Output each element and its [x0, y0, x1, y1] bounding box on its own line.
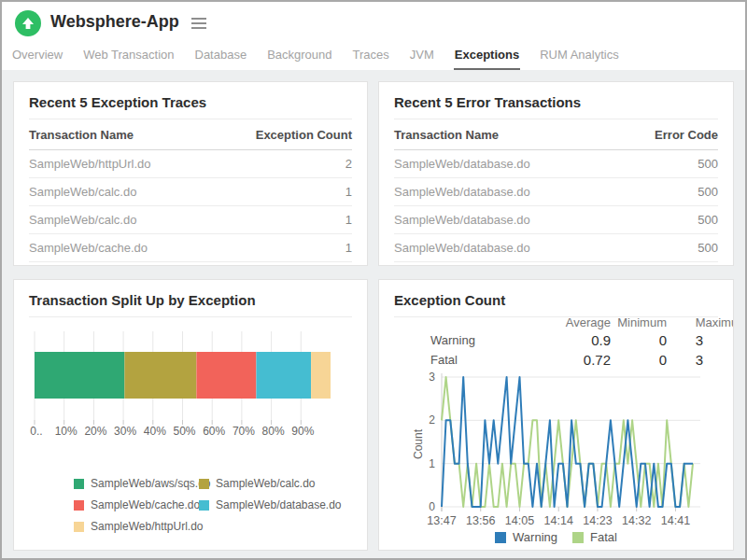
- legend-swatch: [199, 500, 209, 511]
- panel-transaction-split: Transaction Split Up by Exception 0..10%…: [13, 279, 368, 551]
- legend-item-sampleweb-httpurl-do[interactable]: SampleWeb/httpUrl.do: [74, 520, 199, 533]
- table-row: SampleWeb/cache.do1: [29, 234, 352, 262]
- row-value: 500: [698, 185, 718, 199]
- table-row: SampleWeb/database.do500: [394, 262, 718, 266]
- stats-maximum-value: 3: [667, 332, 734, 348]
- panel-title: Recent 5 Error Transactions: [394, 82, 718, 119]
- row-value: 1: [345, 213, 352, 227]
- stats-average-value: 0.72: [527, 352, 611, 368]
- up-arrow-icon: [21, 17, 35, 30]
- bar-segment-sampleweb-database-do: [256, 352, 311, 399]
- panel-recent-error-transactions: Recent 5 Error Transactions Transaction …: [378, 81, 734, 266]
- line-x-tick-label: 13:47: [427, 514, 456, 527]
- column-header: Exception Count: [256, 128, 352, 142]
- legend-item-sampleweb-cache-do[interactable]: SampleWeb/cache.do: [74, 498, 199, 511]
- legend-item-sampleweb-calc-do[interactable]: SampleWeb/calc.do: [199, 477, 342, 490]
- stats-header-row: AverageMinimumMaximum: [379, 314, 734, 330]
- table-row: SampleWeb/database.do500: [394, 178, 718, 206]
- tab-bar: OverviewWeb TransactionDatabaseBackgroun…: [11, 46, 620, 71]
- app-title: Websphere-App: [50, 12, 179, 32]
- bar-x-tick-label: 50%: [173, 425, 195, 438]
- panel-title: Exception Count: [394, 280, 718, 317]
- stacked-bar-chart: 0..10%20%30%40%50%60%70%80%90%: [25, 325, 358, 445]
- legend-swatch: [74, 500, 84, 511]
- table-row: SampleWeb/database.do1: [29, 262, 352, 266]
- table-row: SampleWeb/calc.do1: [29, 178, 352, 206]
- bar-x-tick-label: 60%: [203, 425, 225, 438]
- panel-title: Recent 5 Exception Traces: [29, 82, 352, 119]
- line-y-tick-label: 0: [429, 500, 435, 513]
- row-value: 500: [698, 157, 718, 171]
- tab-overview[interactable]: Overview: [11, 46, 63, 71]
- row-value: 500: [698, 241, 718, 255]
- stacked-bar-svg: 0..10%20%30%40%50%60%70%80%90%: [25, 325, 358, 441]
- legend-item-fatal[interactable]: Fatal: [572, 530, 617, 544]
- legend-swatch: [199, 479, 209, 489]
- bar-segment-sampleweb-httpurl-do: [311, 352, 331, 399]
- stats-average-value: 0.9: [527, 332, 611, 348]
- transaction-name: SampleWeb/httpUrl.do: [29, 157, 151, 171]
- stats-col-maximum: Maximum: [667, 315, 734, 329]
- legend-swatch: [572, 532, 584, 543]
- panel-title: Transaction Split Up by Exception: [29, 280, 352, 317]
- legend-item-sampleweb-database-do[interactable]: SampleWeb/database.do: [199, 498, 342, 511]
- line-y-tick-label: 2: [429, 413, 435, 427]
- panel-recent-exception-traces: Recent 5 Exception Traces Transaction Na…: [13, 81, 368, 266]
- bar-segment-sampleweb-calc-do: [124, 352, 196, 399]
- stats-col-average: Average: [527, 315, 611, 329]
- bar-x-tick-label: 40%: [144, 425, 166, 438]
- table-row: SampleWeb/calc.do1: [29, 206, 352, 234]
- table-row: SampleWeb/database.do500: [394, 234, 718, 262]
- bar-segment-sampleweb-aws-sqs-do: [35, 352, 124, 399]
- row-value: 500: [698, 213, 718, 227]
- line-y-tick-label: 1: [429, 457, 435, 470]
- line-x-tick-label: 13:56: [466, 514, 495, 527]
- stats-maximum-value: 3: [667, 352, 734, 368]
- bar-segment-sampleweb-cache-do: [196, 352, 256, 399]
- table-row: SampleWeb/httpUrl.do2: [29, 150, 352, 178]
- panel-exception-count: Exception Count AverageMinimumMaximumWar…: [378, 279, 734, 551]
- series-line-fatal: [442, 377, 693, 507]
- line-x-tick-label: 14:14: [544, 514, 573, 527]
- row-value: 1: [345, 185, 352, 199]
- line-chart-legend: WarningFatal: [379, 530, 733, 544]
- legend-label: SampleWeb/calc.do: [216, 477, 316, 490]
- tab-web-transaction[interactable]: Web Transaction: [82, 46, 175, 71]
- tab-jvm[interactable]: JVM: [409, 46, 435, 71]
- transaction-name: SampleWeb/database.do: [394, 157, 530, 171]
- error-transactions-table: Transaction NameError CodeSampleWeb/data…: [394, 119, 718, 266]
- stats-col-minimum: Minimum: [611, 315, 667, 329]
- tab-background[interactable]: Background: [266, 46, 332, 71]
- app-status-up-icon: [15, 10, 41, 36]
- stats-minimum-value: 0: [611, 352, 667, 368]
- column-header: Error Code: [655, 128, 718, 142]
- line-y-tick-label: 3: [429, 371, 435, 384]
- bar-x-tick-label: 20%: [84, 425, 106, 438]
- row-value: 1: [345, 241, 352, 255]
- column-header: Transaction Name: [29, 128, 134, 142]
- legend-item-warning[interactable]: Warning: [495, 530, 557, 544]
- transaction-name: SampleWeb/calc.do: [29, 185, 136, 199]
- line-x-tick-label: 14:23: [583, 514, 612, 527]
- exception-count-line-chart: 012313:4713:5614:0514:1414:2314:3214:41C…: [379, 370, 734, 534]
- legend-label: SampleWeb/aws/sqs.do: [91, 477, 211, 490]
- table-row: SampleWeb/database.do500: [394, 150, 718, 178]
- transaction-name: SampleWeb/calc.do: [29, 213, 136, 227]
- bar-x-tick-label: 0..: [30, 425, 42, 438]
- tab-traces[interactable]: Traces: [352, 46, 390, 71]
- legend-label: SampleWeb/cache.do: [91, 498, 200, 511]
- tab-database[interactable]: Database: [194, 46, 248, 71]
- legend-label: SampleWeb/httpUrl.do: [91, 520, 204, 533]
- row-value: 2: [345, 157, 352, 171]
- legend-item-sampleweb-aws-sqs-do[interactable]: SampleWeb/aws/sqs.do: [74, 477, 199, 490]
- tab-rum-analytics[interactable]: RUM Analytics: [539, 46, 620, 71]
- transaction-name: SampleWeb/database.do: [394, 213, 530, 227]
- legend-swatch: [74, 479, 84, 489]
- y-axis-title: Count: [412, 428, 425, 459]
- stats-row-warning: Warning0.903: [379, 330, 734, 350]
- table-header-row: Transaction NameException Count: [29, 119, 352, 150]
- exception-count-stats-table: AverageMinimumMaximumWarning0.903Fatal0.…: [379, 314, 734, 370]
- tab-exceptions[interactable]: Exceptions: [454, 46, 520, 71]
- hamburger-menu-icon[interactable]: [191, 18, 206, 20]
- stats-row-fatal: Fatal0.7203: [379, 350, 734, 370]
